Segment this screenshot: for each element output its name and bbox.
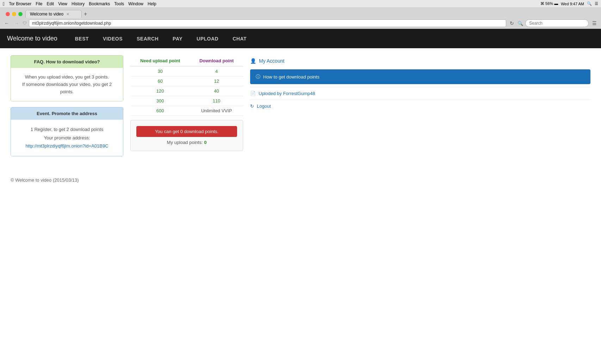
uploaded-label: Uploded by ForrestGump48 [259,91,315,96]
table-cell-download-2: 40 [190,86,243,96]
address-bar: ← → 🛡 ↻ 🔍 ☰ [0,18,601,29]
url-bar[interactable] [29,19,506,27]
nav-pay[interactable]: PAY [166,30,190,48]
event-body: 1 Register, to get 2 download points You… [11,120,123,156]
table-cell-download-1: 12 [190,76,243,86]
nav-search[interactable]: SEARCH [130,30,166,48]
upload-points-value: 0 [204,140,206,145]
logout-icon: ↻ [250,103,254,109]
close-button[interactable] [6,12,10,16]
event-line2: Your promote address: [17,134,117,142]
main-content: FAQ. How to download video? When you upl… [0,48,601,163]
forward-button[interactable]: → [13,20,20,27]
nav-videos[interactable]: VIDEOS [96,30,130,48]
points-table: Need upload point Download point 3046012… [130,55,243,116]
download-points-button[interactable]: You can get 0 download points. [136,126,237,137]
menu-tools[interactable]: Tools [114,1,124,6]
logout-label: Logout [257,103,271,109]
security-icon: 🛡 [23,21,27,26]
tab-close-button[interactable]: ✕ [66,12,69,17]
faq-body: When you upload video, you get 3 points.… [11,68,123,101]
reload-button[interactable]: ↻ [508,20,515,27]
menu-history[interactable]: History [72,1,85,6]
search-input[interactable] [525,19,589,27]
account-label: My Account [259,58,284,64]
table-cell-download-3: 110 [190,96,243,106]
nav-best[interactable]: BEST [68,30,96,48]
faq-header: FAQ. How to download video? [11,56,123,68]
browser-menu-button[interactable]: ☰ [591,20,598,27]
list-icon[interactable]: ☰ [595,1,598,6]
footer-text: © Welcome to video (2015/03/13) [11,177,79,183]
menu-window[interactable]: Window [128,1,143,6]
how-to-label: How to get download points [263,74,320,80]
back-button[interactable]: ← [3,20,11,27]
table-cell-upload-4: 600 [130,106,190,116]
event-header: Event. Promote the address [11,107,123,120]
search-os-icon[interactable]: 🔍 [587,1,592,6]
table-cell-download-0: 4 [190,67,243,76]
site-title: Welcome to video [7,35,57,42]
uploaded-by-link[interactable]: 📄 Uploded by ForrestGump48 [250,87,590,100]
browser-tab[interactable]: Welcome to video ✕ [25,10,82,18]
tab-title: Welcome to video [30,12,63,17]
browser-chrome: Welcome to video ✕ + ← → 🛡 ↻ 🔍 ☰ [0,8,601,29]
nav-upload[interactable]: UPLOAD [190,30,225,48]
left-column: FAQ. How to download video? When you upl… [11,55,123,156]
maximize-button[interactable] [18,12,23,16]
site-nav: Welcome to video BEST VIDEOS SEARCH PAY … [0,29,601,48]
os-menu-left:  Tor Browser File Edit View History Boo… [3,1,156,7]
menu-tor-browser[interactable]: Tor Browser [9,1,31,6]
event-box: Event. Promote the address 1 Register, t… [11,107,123,156]
user-icon: 👤 [250,58,256,64]
upload-points-text: My upload points: 0 [136,140,237,145]
table-header-upload: Need upload point [130,55,190,67]
event-promote-link[interactable]: http://mt3plrzdiyqf6jim.onion?id=A01B9C [25,143,108,149]
wifi-icon: ⌘ 56% ▬ [540,1,558,6]
faq-line1: When you upload video, you get 3 points. [17,74,117,81]
table-cell-upload-3: 300 [130,96,190,106]
download-status-box: You can get 0 download points. My upload… [130,120,243,151]
info-icon: ⓘ [256,74,260,80]
menu-view[interactable]: View [58,1,67,6]
apple-logo:  [3,1,5,7]
os-menu-right: ⌘ 56% ▬ Wed 9:47 AM 🔍 ☰ [540,1,598,6]
how-to-button[interactable]: ⓘ How to get download points [250,69,590,84]
nav-chat[interactable]: CHAT [225,30,254,48]
new-tab-button[interactable]: + [82,10,89,18]
table-cell-upload-2: 120 [130,86,190,96]
menu-help[interactable]: Help [148,1,156,6]
footer: © Welcome to video (2015/03/13) [0,170,601,190]
search-icon: 🔍 [518,21,523,26]
logout-link[interactable]: ↻ Logout [250,100,590,112]
menu-bookmarks[interactable]: Bookmarks [89,1,110,6]
table-cell-download-4: Unlimited VVIP [190,106,243,116]
tab-bar: Welcome to video ✕ + [0,8,601,18]
faq-line2: If someone downloads your video, you get… [17,81,117,96]
my-account-link[interactable]: 👤 My Account [250,55,590,67]
table-header-download: Download point [190,55,243,67]
right-column: 👤 My Account ⓘ How to get download point… [250,55,590,112]
table-cell-upload-1: 60 [130,76,190,86]
clock: Wed 9:47 AM [561,2,584,6]
os-menubar:  Tor Browser File Edit View History Boo… [0,0,601,8]
minimize-button[interactable] [12,12,16,16]
event-line1: 1 Register, to get 2 download points [17,125,117,133]
upload-points-label: My upload points: [167,140,203,145]
list-doc-icon: 📄 [250,91,256,96]
traffic-lights [3,12,25,16]
faq-box: FAQ. How to download video? When you upl… [11,55,123,101]
menu-file[interactable]: File [36,1,42,6]
table-cell-upload-0: 30 [130,67,190,76]
menu-edit[interactable]: Edit [47,1,54,6]
middle-column: Need upload point Download point 3046012… [130,55,243,151]
nav-links: BEST VIDEOS SEARCH PAY UPLOAD CHAT [68,30,254,48]
